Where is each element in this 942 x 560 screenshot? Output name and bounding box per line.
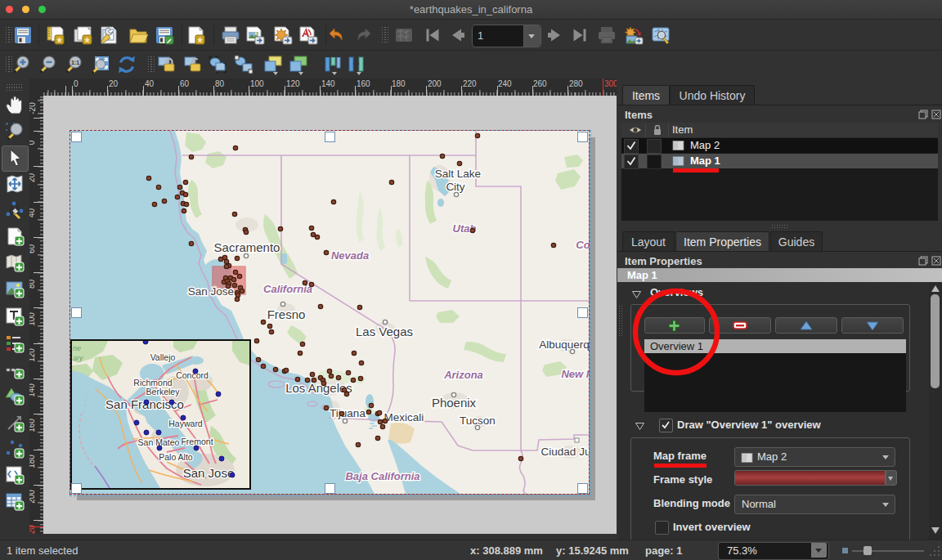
svg-text:Fremont: Fremont <box>181 437 213 446</box>
svg-text:San Jose: San Jose <box>183 466 235 480</box>
svg-text:Sacramento: Sacramento <box>214 240 280 254</box>
svg-text:Fresno: Fresno <box>267 307 306 321</box>
svg-text:Vallejo: Vallejo <box>150 352 176 362</box>
svg-text:ary: ary <box>73 354 83 362</box>
svg-text:Berkeley: Berkeley <box>146 387 181 396</box>
svg-text:Los Angeles: Los Angeles <box>285 381 352 395</box>
svg-text:Concord: Concord <box>176 370 209 380</box>
svg-text:Baja California: Baja California <box>345 470 419 482</box>
svg-text:Tijuana: Tijuana <box>330 407 366 419</box>
svg-text:ne: ne <box>73 344 81 352</box>
svg-text:Phoenix: Phoenix <box>432 396 477 410</box>
svg-text:New M: New M <box>561 368 589 380</box>
svg-text:Ciudad Ju: Ciudad Ju <box>541 446 589 458</box>
svg-text:Albuquerq: Albuquerq <box>539 338 589 351</box>
svg-text:Nevada: Nevada <box>331 249 369 262</box>
svg-text:Co: Co <box>576 239 589 251</box>
svg-text:Palo Alto: Palo Alto <box>159 452 193 462</box>
svg-text:1:1: 1:1 <box>71 60 79 65</box>
svg-text:Mexicali: Mexicali <box>384 411 424 423</box>
svg-text:Salt Lake: Salt Lake <box>435 168 481 180</box>
svg-text:City: City <box>446 181 464 193</box>
svg-text:Las Vegas: Las Vegas <box>356 325 413 338</box>
svg-text:Hayward: Hayward <box>168 419 203 428</box>
svg-text:Arizona: Arizona <box>443 369 483 381</box>
